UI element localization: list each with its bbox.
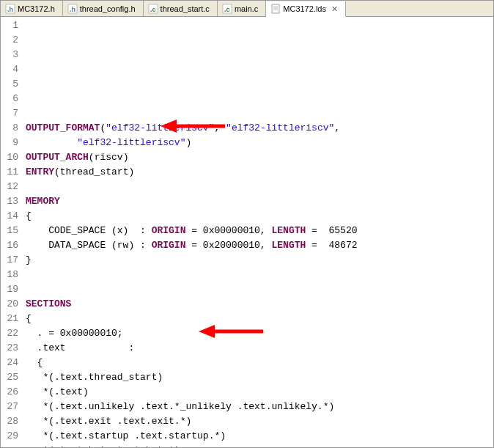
line-number: 7 (1, 106, 23, 121)
code-line[interactable]: SECTIONS (26, 297, 493, 312)
line-number: 11 (1, 165, 23, 180)
tab-bar: .h MC3172.h .h thread_config.h .c thread… (1, 1, 493, 17)
svg-text:.c: .c (224, 6, 230, 13)
code-line[interactable] (26, 106, 493, 121)
line-number: 3 (1, 48, 23, 62)
line-number: 14 (1, 209, 23, 224)
code-line[interactable]: OUTPUT_FORMAT("elf32-littleriscv", "elf3… (26, 121, 493, 136)
line-number: 15 (1, 224, 23, 238)
line-number: 4 (1, 62, 23, 77)
code-line[interactable]: *(.text.hot .text.hot.*) (26, 444, 493, 448)
code-line[interactable]: *(.text.startup .text.startup.*) (26, 429, 493, 444)
code-line[interactable]: ENTRY(thread_start) (26, 165, 493, 180)
line-number: 21 (1, 312, 23, 326)
generic-file-icon (270, 4, 281, 14)
code-line[interactable]: . = 0x00000010; (26, 326, 493, 341)
code-line[interactable] (26, 282, 493, 297)
code-line[interactable]: *(.text.thread_start) (26, 370, 493, 385)
line-number-gutter: 1234567891011121314151617181920212223242… (1, 17, 23, 448)
tab-label: main.c (235, 4, 258, 13)
code-line[interactable]: { (26, 356, 493, 370)
line-number: 22 (1, 326, 23, 341)
code-line[interactable]: CODE_SPACE (x) : ORIGIN = 0x00000010, LE… (26, 224, 493, 238)
tab-label: thread_config.h (80, 4, 136, 13)
line-number: 6 (1, 92, 23, 106)
line-number: 28 (1, 414, 23, 429)
code-area[interactable]: OUTPUT_FORMAT("elf32-littleriscv", "elf3… (23, 17, 493, 448)
line-number: 10 (1, 150, 23, 165)
svg-text:.h: .h (70, 6, 75, 13)
line-number: 8 (1, 121, 23, 136)
code-line[interactable] (26, 92, 493, 106)
c-file-icon: .c (222, 4, 232, 14)
editor-area: 1234567891011121314151617181920212223242… (1, 17, 493, 448)
code-line[interactable]: DATA_SPACE (rw) : ORIGIN = 0x20000010, L… (26, 238, 493, 253)
svg-text:.c: .c (150, 6, 156, 13)
close-icon[interactable]: ✕ (331, 4, 338, 14)
tab-mc3172-lds[interactable]: MC3172.lds ✕ (266, 1, 346, 17)
h-file-icon: .h (5, 4, 15, 14)
tab-thread-start-c[interactable]: .c thread_start.c (144, 1, 218, 16)
code-line[interactable]: .text : (26, 341, 493, 356)
line-number: 16 (1, 238, 23, 253)
line-number: 23 (1, 341, 23, 356)
line-number: 19 (1, 282, 23, 297)
h-file-icon: .h (67, 4, 78, 14)
code-line[interactable]: OUTPUT_ARCH(riscv) (26, 150, 493, 165)
code-line[interactable]: MEMORY (26, 194, 493, 209)
line-number: 12 (1, 180, 23, 194)
line-number: 26 (1, 385, 23, 400)
code-line[interactable] (26, 180, 493, 194)
line-number: 20 (1, 297, 23, 312)
line-number: 2 (1, 33, 23, 48)
tab-label: MC3172.h (18, 4, 55, 13)
line-number: 9 (1, 136, 23, 150)
line-number: 18 (1, 268, 23, 282)
line-number: 25 (1, 370, 23, 385)
code-line[interactable]: *(.text) (26, 385, 493, 400)
code-line[interactable]: "elf32-littleriscv") (26, 136, 493, 150)
line-number: 17 (1, 253, 23, 268)
line-number: 1 (1, 18, 23, 33)
line-number: 5 (1, 77, 23, 92)
svg-text:.h: .h (7, 6, 13, 13)
tab-main-c[interactable]: .c main.c (218, 1, 266, 16)
code-line[interactable]: } (26, 253, 493, 268)
code-line[interactable]: *(.text.unlikely .text.*_unlikely .text.… (26, 400, 493, 414)
line-number: 27 (1, 400, 23, 414)
line-number: 29 (1, 429, 23, 444)
code-line[interactable]: *(.text.exit .text.exit.*) (26, 414, 493, 429)
c-file-icon: .c (148, 4, 158, 14)
tab-label: thread_start.c (161, 4, 210, 13)
svg-rect-8 (272, 4, 279, 13)
line-number: 24 (1, 356, 23, 370)
code-line[interactable]: { (26, 209, 493, 224)
code-line[interactable]: { (26, 312, 493, 326)
tab-thread-config-h[interactable]: .h thread_config.h (63, 1, 144, 16)
tab-mc3172-h[interactable]: .h MC3172.h (1, 1, 63, 16)
tab-label: MC3172.lds (283, 4, 326, 13)
line-number: 13 (1, 194, 23, 209)
code-line[interactable] (26, 268, 493, 282)
